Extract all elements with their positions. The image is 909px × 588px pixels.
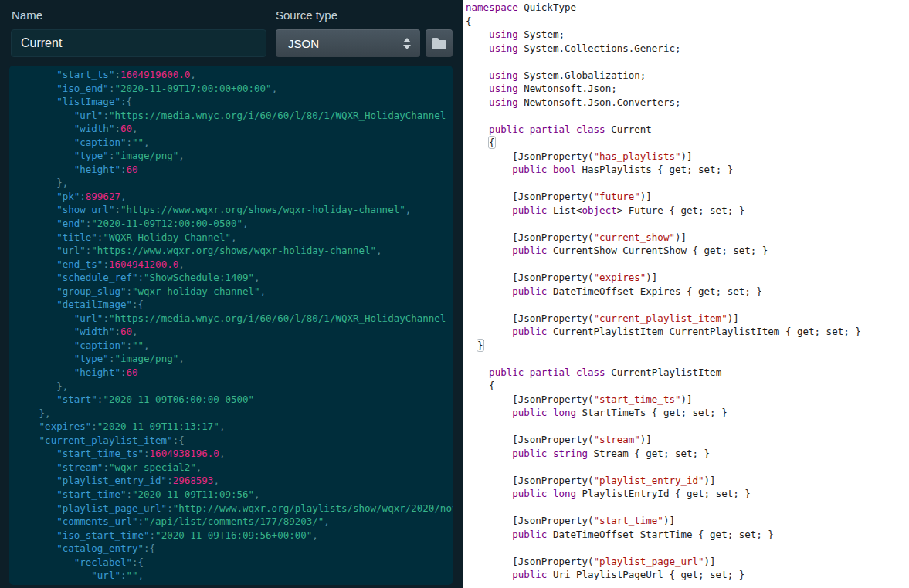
json-line: }, bbox=[22, 407, 453, 421]
code-line: [JsonProperty("current_playlist_item")] bbox=[466, 312, 909, 326]
code-line bbox=[466, 55, 909, 69]
code-line: [JsonProperty("has_playlists")] bbox=[466, 150, 909, 164]
code-line: using Newtonsoft.Json.Converters; bbox=[466, 96, 909, 110]
code-line: using Newtonsoft.Json; bbox=[466, 82, 909, 96]
json-line: "playlist_page_url":"http://www.wqxr.org… bbox=[22, 502, 453, 515]
json-line: "url":"https://media.wnyc.org/i/60/60/l/… bbox=[22, 312, 453, 326]
code-line bbox=[466, 217, 909, 231]
code-line bbox=[466, 420, 909, 434]
json-line: "title":"WQXR Holiday Channel", bbox=[22, 231, 453, 245]
json-line: "end_ts":1604941200.0, bbox=[22, 258, 453, 272]
folder-icon bbox=[432, 40, 446, 49]
json-line: "group_slug":"wqxr-holiday-channel", bbox=[22, 285, 453, 299]
source-type-select[interactable]: JSON bbox=[276, 29, 420, 57]
open-file-button[interactable] bbox=[426, 29, 453, 57]
code-line: using System.Globalization; bbox=[466, 69, 909, 83]
json-line: "caption":"", bbox=[22, 339, 453, 353]
name-input[interactable] bbox=[11, 29, 266, 57]
json-input-pane: Name Source type JSON "start_ts":1604919… bbox=[0, 0, 463, 588]
code-line: public long PlaylistEntryId { get; set; … bbox=[466, 487, 909, 501]
code-line: [JsonProperty("playlist_entry_id")] bbox=[466, 474, 909, 488]
code-line bbox=[466, 541, 909, 555]
code-line: { bbox=[466, 379, 909, 393]
code-line: [JsonProperty("start_time")] bbox=[466, 514, 909, 528]
json-line: "stream":"wqxr-special2", bbox=[22, 461, 453, 475]
json-line: "start_time":"2020-11-09T11:09:56", bbox=[22, 488, 453, 502]
code-line: { bbox=[466, 15, 909, 29]
json-source-editor[interactable]: "start_ts":1604919600.0, "iso_end":"2020… bbox=[9, 66, 453, 585]
json-line: "pk":899627, bbox=[22, 190, 453, 204]
code-line: [JsonProperty("playlist_page_url")] bbox=[466, 555, 909, 569]
json-line: "end":"2020-11-09T12:00:00-0500", bbox=[22, 217, 453, 231]
code-line bbox=[466, 352, 909, 366]
json-line: }, bbox=[22, 176, 453, 190]
code-line: public long StartTimeTs { get; set; } bbox=[466, 406, 909, 420]
json-line: "height":60 bbox=[22, 366, 453, 380]
code-line bbox=[466, 177, 909, 191]
json-line: }, bbox=[22, 380, 453, 394]
code-line bbox=[466, 460, 909, 474]
json-line: "iso_end":"2020-11-09T17:00:00+00:00", bbox=[22, 82, 453, 96]
code-line: public bool HasPlaylists { get; set; } bbox=[466, 163, 909, 177]
code-line: public partial class CurrentPlaylistItem bbox=[466, 366, 909, 380]
code-line: [JsonProperty("start_time_ts")] bbox=[466, 393, 909, 407]
code-line: public CurrentShow CurrentShow { get; se… bbox=[466, 244, 909, 258]
code-line: [JsonProperty("expires")] bbox=[466, 271, 909, 285]
json-line: "url":"", bbox=[22, 569, 453, 583]
code-line bbox=[466, 258, 909, 272]
json-line: "width":60, bbox=[22, 325, 453, 339]
json-line: "type":"image/png", bbox=[22, 352, 453, 366]
json-line: "catalog_entry":{ bbox=[22, 542, 453, 556]
code-line: [JsonProperty("future")] bbox=[466, 190, 909, 204]
code-line: using System.Collections.Generic; bbox=[466, 42, 909, 56]
json-line: "expires":"2020-11-09T11:13:17", bbox=[22, 420, 453, 434]
code-line: public CurrentPlaylistItem CurrentPlayli… bbox=[466, 325, 909, 339]
code-line: namespace QuickType bbox=[466, 1, 909, 15]
code-line: { bbox=[466, 136, 909, 150]
code-line bbox=[466, 501, 909, 515]
select-updown-icon bbox=[403, 38, 411, 49]
json-line: "playlist_entry_id":2968593, bbox=[22, 474, 453, 488]
json-line: "comments_url":"/api/list/comments/177/8… bbox=[22, 515, 453, 529]
json-line: "current_playlist_item":{ bbox=[22, 434, 453, 448]
code-line: public string Stream { get; set; } bbox=[466, 447, 909, 461]
json-line: "url":"https://www.wqxr.org/shows/wqxr-h… bbox=[22, 244, 453, 258]
json-line: "detailImage":{ bbox=[22, 298, 453, 312]
json-line: "caption":"", bbox=[22, 136, 453, 150]
code-line: [JsonProperty("stream")] bbox=[466, 433, 909, 447]
code-line: public DateTimeOffset StartTime { get; s… bbox=[466, 528, 909, 542]
json-line: "start_ts":1604919600.0, bbox=[22, 68, 453, 82]
code-line: [JsonProperty("current_show")] bbox=[466, 231, 909, 245]
json-line: "listImage":{ bbox=[22, 95, 453, 109]
code-line: using System; bbox=[466, 28, 909, 42]
csharp-output-editor[interactable]: namespace QuickType{ using System; using… bbox=[463, 0, 909, 588]
code-line: public DateTimeOffset Expires { get; set… bbox=[466, 285, 909, 299]
code-line: public Uri PlaylistPageUrl { get; set; } bbox=[466, 568, 909, 582]
json-line: "url":"https://media.wnyc.org/i/60/60/l/… bbox=[22, 109, 453, 123]
name-label: Name bbox=[12, 8, 42, 22]
code-line: } bbox=[466, 339, 909, 353]
code-line: public partial class Current bbox=[466, 123, 909, 137]
json-line: "height":60 bbox=[22, 163, 453, 177]
json-line: "show_url":"https://www.wqxr.org/shows/w… bbox=[22, 203, 453, 217]
source-type-label: Source type bbox=[276, 8, 337, 22]
json-line: "iso_start_time":"2020-11-09T16:09:56+00… bbox=[22, 529, 453, 542]
json-line: "start":"2020-11-09T06:00:00-0500" bbox=[22, 393, 453, 407]
code-line bbox=[466, 109, 909, 123]
code-line: public List<object> Future { get; set; } bbox=[466, 204, 909, 218]
json-line: "type":"image/png", bbox=[22, 149, 453, 163]
source-type-value: JSON bbox=[288, 37, 403, 50]
json-line: "schedule_ref":"ShowSchedule:1409", bbox=[22, 271, 453, 285]
json-line: "reclabel":{ bbox=[22, 556, 453, 569]
json-line: "width":60, bbox=[22, 122, 453, 136]
code-line bbox=[466, 298, 909, 312]
json-line: "start_time_ts":1604938196.0, bbox=[22, 447, 453, 461]
